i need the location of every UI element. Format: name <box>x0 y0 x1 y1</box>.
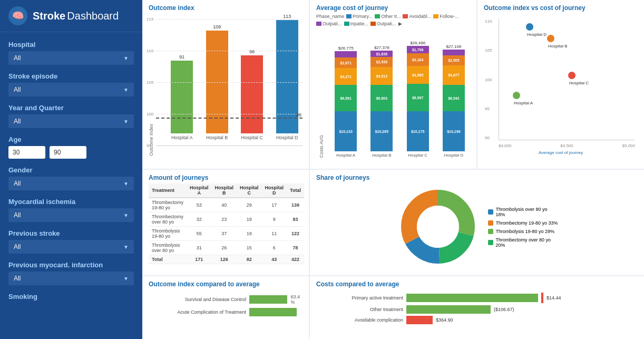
avg-cost-panel: Average cost of journey Phase_name Prima… <box>310 0 476 169</box>
prev-myocard-value: All <box>14 275 21 282</box>
stacked-bar-c: $10,175 $6,997 $4,565 $3,164 $1,798 <box>407 46 429 151</box>
legend-other: Other tr... <box>375 14 401 19</box>
legend-primary: Primary... <box>346 14 373 19</box>
filter-prev-myocard-label: Previous myocard. infarction <box>8 261 134 269</box>
share-journeys-title: Share of journeys <box>316 174 638 181</box>
stroke-episode-select[interactable]: All ▼ <box>8 83 134 96</box>
stacked-bar-d: $10,198 $6,542 $4,877 $2,505 <box>443 50 465 151</box>
filter-prev-myocard: Previous myocard. infarction All ▼ <box>8 261 134 285</box>
amount-journeys-panel: Amount of journeys Treatment Hospital A … <box>142 170 309 275</box>
avg-label: 96 <box>296 112 301 118</box>
sidebar-filters: Hospital All ▼ Stroke episode All ▼ Year… <box>0 32 142 339</box>
outcome-avg-label-2: Acute Complication of Treatment <box>151 309 246 315</box>
filter-age: Age <box>8 135 134 159</box>
app-title-stroke: Stroke <box>33 10 65 22</box>
legend-outpati2: Outpati... <box>370 21 396 26</box>
table-row: Thrombolysis over 80 yo 31 26 15 6 78 <box>149 241 304 255</box>
app-title: Stroke Dashboard <box>33 10 119 22</box>
costs-avg-panel: Costs compared to average Primary active… <box>310 276 644 339</box>
outcome-index-title: Outcome index <box>149 4 303 12</box>
chevron-down-icon: ▼ <box>123 119 129 124</box>
col-hosp-c: Hospital C <box>237 183 262 198</box>
legend-outpati: Outpati... <box>316 21 342 26</box>
gender-select[interactable]: All ▼ <box>8 177 134 190</box>
outcome-avg-bars: Survival and Disease Control 63.4 % Acut… <box>149 290 303 321</box>
scatter-x-axis: $4,000 $4,500 $5,000 <box>499 143 635 148</box>
table-row-total: Total 171 126 82 43 422 <box>149 255 304 264</box>
year-quarter-select[interactable]: All ▼ <box>8 114 134 128</box>
chevron-down-icon: ▼ <box>123 212 129 218</box>
cost-bar-avoidable <box>406 316 433 324</box>
col-hosp-b: Hospital B <box>212 183 237 198</box>
filter-year-label: Year and Quarter <box>8 104 134 112</box>
myocardial-select[interactable]: All ▼ <box>8 208 134 222</box>
cost-row-primary: Primary active treatment $14.44 <box>319 293 635 303</box>
age-min-input[interactable] <box>8 146 45 159</box>
prev-stroke-select[interactable]: All ▼ <box>8 240 134 254</box>
cost-label-other: Other treatment <box>319 307 403 312</box>
legend-next-icon[interactable]: ▶ <box>398 21 402 26</box>
filter-smoking-label: Smoking <box>8 293 134 301</box>
filter-age-label: Age <box>8 135 134 143</box>
filter-myocardial: Myocardial ischemia All ▼ <box>8 198 134 222</box>
filter-prev-stroke: Previous stroke All ▼ <box>8 229 134 254</box>
outcome-vs-cost-title: Outcome index vs cost of journey <box>484 4 638 12</box>
col-hosp-d: Hospital D <box>262 183 287 198</box>
age-range-inputs <box>8 146 134 159</box>
avg-cost-legend: Phase_name Primary... Other tr... Avoida… <box>316 14 470 26</box>
gender-value: All <box>14 180 21 187</box>
legend-inpatie: Inpatie... <box>344 21 369 26</box>
scatter-hospital-d: Hospital D <box>526 23 547 37</box>
cost-bar-other <box>406 305 491 314</box>
outcome-avg-bar-1 <box>249 295 287 304</box>
scatter-hospital-c: Hospital C <box>568 72 589 85</box>
cost-bar-d: $27,106 $10,198 $6,542 $4,877 $2,505 Hos… <box>437 44 470 158</box>
outcome-index-panel: Outcome index Outcome Index 115 110 105 … <box>142 0 309 169</box>
stacked-bar-a: $10,133 $6,591 $4,271 $2,671 <box>335 51 357 151</box>
sidebar: 🧠 Stroke Dashboard Hospital All ▼ Stroke… <box>0 0 142 339</box>
treatment-name: Thrombolysis over 80 yo <box>149 241 187 255</box>
filter-smoking: Smoking <box>8 293 134 301</box>
journeys-table: Treatment Hospital A Hospital B Hospital… <box>149 183 304 264</box>
cost-y-label: Costs AVG <box>319 135 324 158</box>
sidebar-header: 🧠 Stroke Dashboard <box>0 0 142 32</box>
outcome-avg-pct-1: 63.4 % <box>290 294 300 305</box>
filter-stroke-label: Stroke episode <box>8 72 134 80</box>
year-quarter-value: All <box>14 118 21 125</box>
brain-icon: 🧠 <box>8 6 27 25</box>
hospital-select[interactable]: All ▼ <box>8 51 134 65</box>
charts-grid: Outcome index Outcome Index 115 110 105 … <box>142 0 644 339</box>
myocardial-value: All <box>14 211 21 219</box>
cost-row-avoidable: Avoidable complication $364.90 <box>319 316 635 324</box>
cost-bar-b: $27,378 $10,265 $6,603 $4,512 $2,538 $1,… <box>365 45 398 158</box>
scatter-y-axis: 110 105 100 95 90 <box>485 19 492 140</box>
chevron-down-icon: ▼ <box>123 181 129 187</box>
table-row: Thrombectomy over 80 yo 32 23 19 9 83 <box>149 212 304 227</box>
chevron-down-icon: ▼ <box>123 244 129 250</box>
legend-item-thrombectomy-80: Thrombectomy over 80 yo20% <box>488 237 558 248</box>
prev-myocard-select[interactable]: All ▼ <box>8 272 134 285</box>
chevron-down-icon: ▼ <box>123 87 129 93</box>
app-title-dashboard: Dashboard <box>67 10 119 22</box>
costs-avg-bars: Primary active treatment $14.44 Other tr… <box>316 290 638 327</box>
chevron-down-icon: ▼ <box>123 55 129 61</box>
main-content: Outcome index Outcome Index 115 110 105 … <box>142 0 644 339</box>
hospital-value: All <box>14 54 21 62</box>
age-max-input[interactable] <box>50 146 86 159</box>
filter-gender: Gender All ▼ <box>8 166 134 190</box>
avg-cost-title: Average cost of journey <box>316 4 470 12</box>
col-treatment: Treatment <box>149 183 187 198</box>
cost-label-primary: Primary active treatment <box>319 295 403 301</box>
cost-bar-primary <box>406 294 538 302</box>
outcome-avg-label-1: Survival and Disease Control <box>151 297 246 302</box>
outcome-avg-title: Outcome index compared to average <box>149 280 303 288</box>
filter-myocardial-label: Myocardial ischemia <box>8 198 134 206</box>
col-hosp-a: Hospital A <box>187 183 212 198</box>
treatment-name: Thrombolysis 19-80 yo <box>149 227 187 241</box>
filter-stroke-episode: Stroke episode All ▼ <box>8 72 134 96</box>
cost-indicator-primary <box>541 293 543 303</box>
legend-follow: Follow-... <box>433 14 459 19</box>
stroke-episode-value: All <box>14 86 21 93</box>
cost-row-other: Other treatment ($106.67) <box>319 305 635 314</box>
legend-item-thrombolysis-1980: Thrombolysis 19-80 yo 29% <box>488 229 558 234</box>
